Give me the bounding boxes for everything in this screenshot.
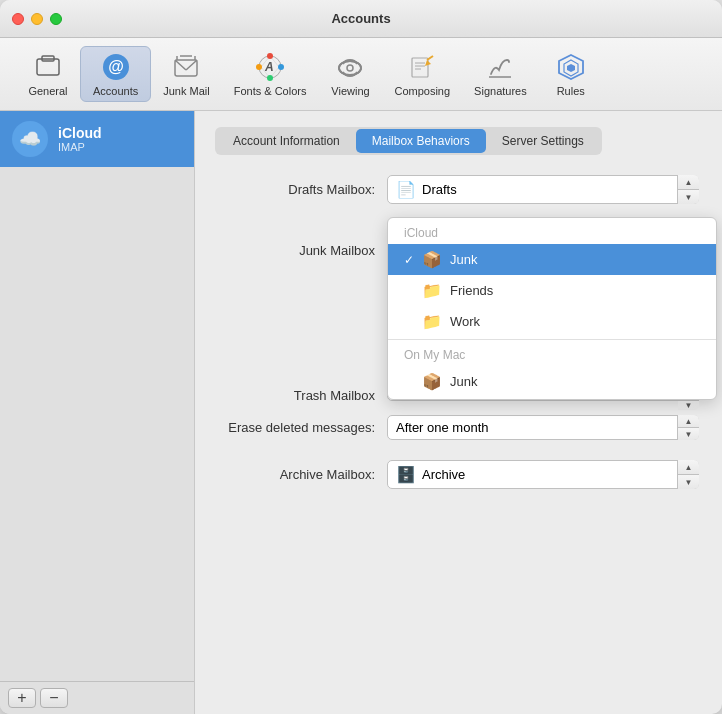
svg-rect-19 — [412, 58, 428, 77]
drafts-row: Drafts Mailbox: 📄 Drafts ▲ ▼ — [215, 175, 702, 204]
svg-point-13 — [267, 75, 273, 81]
trash-label: Trash Mailbox — [215, 388, 375, 403]
sidebar-spacer — [0, 167, 194, 681]
junk-dropdown: iCloud ✓ 📦 Junk 📁 Friends — [387, 217, 717, 400]
svg-marker-28 — [567, 64, 575, 72]
close-button[interactable] — [12, 13, 24, 25]
toolbar-signatures[interactable]: Signatures — [462, 47, 539, 101]
toolbar-accounts[interactable]: @ Accounts — [80, 46, 151, 102]
checkmark-icon: ✓ — [404, 253, 418, 267]
erase-stepper-down[interactable]: ▼ — [678, 428, 699, 440]
main-area: ☁️ iCloud IMAP + − Account Information M… — [0, 111, 722, 714]
tab-bar: Account Information Mailbox Behaviors Se… — [215, 127, 602, 155]
svg-point-11 — [267, 53, 273, 59]
tab-mailbox-behaviors[interactable]: Mailbox Behaviors — [356, 129, 486, 153]
dropdown-friends-label: Friends — [450, 283, 493, 298]
erase-select-wrapper: After one month ▲ ▼ — [387, 415, 699, 440]
traffic-lights — [12, 13, 62, 25]
toolbar-general-label: General — [28, 85, 67, 97]
fonts-colors-icon: A — [254, 51, 286, 83]
svg-point-17 — [339, 61, 361, 75]
erase-label: Erase deleted messages: — [215, 420, 375, 435]
erase-stepper-up[interactable]: ▲ — [678, 415, 699, 428]
svg-line-5 — [175, 60, 186, 70]
erase-select[interactable]: After one month — [387, 415, 699, 440]
dropdown-item-icloud-junk[interactable]: ✓ 📦 Junk — [388, 244, 716, 275]
junk-folder-icon: 📦 — [422, 250, 442, 269]
svg-point-12 — [278, 64, 284, 70]
toolbar: General @ Accounts — [0, 38, 722, 111]
tab-server-settings[interactable]: Server Settings — [486, 129, 600, 153]
account-details: iCloud IMAP — [58, 125, 102, 153]
svg-text:@: @ — [108, 58, 124, 75]
junk-label: Junk Mailbox — [215, 243, 375, 258]
dropdown-item-work[interactable]: 📁 Work — [388, 306, 716, 337]
toolbar-signatures-label: Signatures — [474, 85, 527, 97]
dropdown-divider — [388, 339, 716, 340]
archive-value: Archive — [422, 467, 465, 482]
toolbar-fonts-colors-label: Fonts & Colors — [234, 85, 307, 97]
drafts-stepper: ▲ ▼ — [677, 175, 699, 204]
drafts-stepper-up[interactable]: ▲ — [678, 175, 699, 190]
drafts-icon: 📄 — [396, 180, 416, 199]
remove-account-button[interactable]: − — [40, 688, 68, 708]
svg-line-6 — [186, 60, 197, 70]
svg-text:A: A — [264, 60, 274, 74]
junk-mail-icon — [170, 51, 202, 83]
onmymac-junk-icon: 📦 — [422, 372, 442, 391]
drafts-select[interactable]: 📄 Drafts — [387, 175, 699, 204]
toolbar-composing-label: Composing — [394, 85, 450, 97]
dropdown-item-onmymac-junk[interactable]: 📦 Junk — [388, 366, 716, 399]
toolbar-composing[interactable]: Composing — [382, 47, 462, 101]
archive-select[interactable]: 🗄️ Archive — [387, 460, 699, 489]
toolbar-accounts-label: Accounts — [93, 85, 138, 97]
dropdown-onmymac-header: On My Mac — [388, 342, 716, 366]
account-type: IMAP — [58, 141, 102, 153]
drafts-select-wrapper: 📄 Drafts ▲ ▼ — [387, 175, 699, 204]
main-window: Accounts General @ Accounts — [0, 0, 722, 714]
accounts-icon: @ — [100, 51, 132, 83]
add-account-button[interactable]: + — [8, 688, 36, 708]
erase-value: After one month — [396, 420, 489, 435]
toolbar-general[interactable]: General — [16, 47, 80, 101]
sidebar-bottom: + − — [0, 681, 194, 714]
content-area: Account Information Mailbox Behaviors Se… — [195, 111, 722, 714]
dropdown-icloud-header: iCloud — [388, 218, 716, 244]
toolbar-fonts-colors[interactable]: A Fonts & Colors — [222, 47, 319, 101]
erase-stepper: ▲ ▼ — [677, 415, 699, 440]
titlebar: Accounts — [0, 0, 722, 38]
minimize-button[interactable] — [31, 13, 43, 25]
drafts-label: Drafts Mailbox: — [215, 182, 375, 197]
archive-stepper-down[interactable]: ▼ — [678, 475, 699, 489]
work-folder-icon: 📁 — [422, 312, 442, 331]
general-icon — [32, 51, 64, 83]
account-item-icloud[interactable]: ☁️ iCloud IMAP — [0, 111, 194, 167]
account-icon-icloud: ☁️ — [12, 121, 48, 157]
composing-icon — [406, 51, 438, 83]
toolbar-viewing[interactable]: Viewing — [318, 47, 382, 101]
maximize-button[interactable] — [50, 13, 62, 25]
dropdown-work-label: Work — [450, 314, 480, 329]
archive-stepper-up[interactable]: ▲ — [678, 460, 699, 475]
drafts-stepper-down[interactable]: ▼ — [678, 190, 699, 204]
viewing-icon — [334, 51, 366, 83]
dropdown-item-friends[interactable]: 📁 Friends — [388, 275, 716, 306]
toolbar-junk-label: Junk Mail — [163, 85, 209, 97]
friends-folder-icon: 📁 — [422, 281, 442, 300]
window-title: Accounts — [331, 11, 390, 26]
archive-icon: 🗄️ — [396, 465, 416, 484]
archive-label: Archive Mailbox: — [215, 467, 375, 482]
dropdown-onmymac-junk-label: Junk — [450, 374, 477, 389]
toolbar-rules[interactable]: Rules — [539, 47, 603, 101]
toolbar-junk-mail[interactable]: Junk Mail — [151, 47, 221, 101]
trash-stepper-down[interactable]: ▼ — [678, 401, 699, 410]
archive-stepper: ▲ ▼ — [677, 460, 699, 489]
erase-row: Erase deleted messages: After one month … — [215, 415, 702, 440]
toolbar-rules-label: Rules — [557, 85, 585, 97]
archive-select-wrapper: 🗄️ Archive ▲ ▼ — [387, 460, 699, 489]
archive-row: Archive Mailbox: 🗄️ Archive ▲ ▼ — [215, 460, 702, 489]
tab-account-information[interactable]: Account Information — [217, 129, 356, 153]
junk-row: Junk Mailbox ▲ ▼ iCloud ✓ 📦 — [215, 243, 702, 258]
rules-icon — [555, 51, 587, 83]
drafts-value: Drafts — [422, 182, 457, 197]
